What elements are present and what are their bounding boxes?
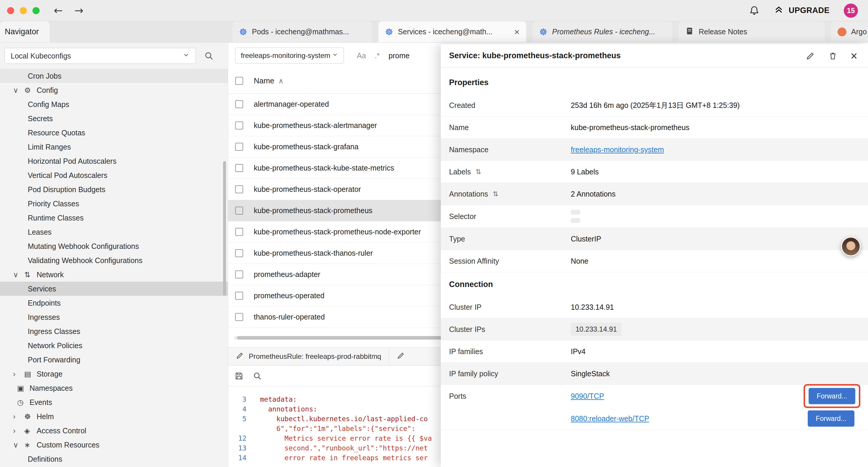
navigator-tab[interactable]: Navigator <box>0 21 50 42</box>
tree-item[interactable]: Endpoints <box>0 296 228 310</box>
row-checkbox[interactable] <box>235 313 243 321</box>
tree-item[interactable]: › ▤ Storage <box>0 367 228 381</box>
dock-tab-prometheusrule[interactable]: PrometheusRule: freeleaps-prod-rabbitmq <box>228 348 389 365</box>
tree-item[interactable]: ∨ ∗ Custom Resources <box>0 438 228 452</box>
upgrade-button[interactable]: UPGRADE <box>774 4 830 17</box>
port-line: 9090/TCP Forward... <box>571 385 868 407</box>
document-icon <box>685 27 694 37</box>
row-checkbox[interactable] <box>235 228 243 236</box>
notifications-bell-icon[interactable] <box>749 5 760 16</box>
back-button[interactable]: ← <box>54 4 63 17</box>
title-bar: ← → UPGRADE 15 <box>0 0 868 21</box>
tree-item[interactable]: Leases <box>0 225 228 239</box>
tree-item-label: Namespaces <box>30 384 73 392</box>
tab-pods[interactable]: ☸ Pods - icecheng@mathmas... <box>232 21 372 42</box>
delete-button[interactable] <box>828 51 838 61</box>
tree-item[interactable]: Port Forwarding <box>0 353 228 367</box>
namespace-selector[interactable]: freeleaps-monitoring-system <box>235 48 344 63</box>
tree-item[interactable]: Validating Webhook Configurations <box>0 253 228 267</box>
forward-button[interactable]: → <box>74 4 83 17</box>
close-window-button[interactable] <box>7 7 14 14</box>
tree-chevron-icon[interactable]: ∨ <box>13 86 24 95</box>
tab-argo[interactable]: Argo Se <box>831 21 868 42</box>
tree-item[interactable]: Services <box>0 282 228 296</box>
editor-search-icon[interactable] <box>253 372 262 380</box>
row-cluster-ips: Cluster IPs 10.233.14.91 <box>441 318 868 341</box>
expand-icon[interactable]: ⇅ <box>476 168 481 176</box>
row-checkbox[interactable] <box>235 143 243 151</box>
tree-item-label: Ingress Classes <box>28 327 80 336</box>
row-ip-family-policy: IP family policy SingleStack <box>441 363 868 385</box>
forward-button[interactable]: Forward... <box>808 411 855 427</box>
tree-item[interactable]: ∨ ⚙ Config <box>0 83 228 97</box>
tree-item-label: Horizontal Pod Autoscalers <box>28 157 116 166</box>
tree-item[interactable]: › ◈ Access Control <box>0 424 228 438</box>
tree-item-label: Secrets <box>28 114 53 123</box>
tree-item[interactable]: Vertical Pod Autoscalers <box>0 168 228 182</box>
tree-item[interactable]: Definitions <box>0 452 228 466</box>
row-checkbox[interactable] <box>235 164 243 172</box>
chevron-down-icon <box>332 52 338 60</box>
tree-item[interactable]: ∨ ⇅ Network <box>0 267 228 282</box>
tree-item[interactable]: Priority Classes <box>0 197 228 211</box>
service-details-panel: Service: kube-prometheus-stack-prometheu… <box>441 44 868 467</box>
name-column-header[interactable]: Name∧ <box>254 76 284 85</box>
row-checkbox[interactable] <box>235 100 243 108</box>
row-checkbox[interactable] <box>235 185 243 193</box>
edit-button[interactable] <box>806 51 815 61</box>
tree-chevron-icon[interactable]: › <box>13 370 24 378</box>
tree-item-label: Custom Resources <box>37 441 99 449</box>
tree-item[interactable]: Mutating Webhook Configurations <box>0 239 228 253</box>
search-input[interactable]: prome <box>389 52 409 60</box>
close-button[interactable]: × <box>850 50 857 62</box>
tree-item[interactable]: Ingresses <box>0 310 228 324</box>
tree-item-icon: ∗ <box>24 441 37 449</box>
regex-toggle[interactable]: .* <box>375 52 380 60</box>
tree-item[interactable]: Horizontal Pod Autoscalers <box>0 154 228 168</box>
tree-item[interactable]: Pod Disruption Budgets <box>0 182 228 197</box>
namespace-link[interactable]: freeleaps-monitoring-system <box>571 145 664 154</box>
save-icon[interactable] <box>235 372 243 380</box>
forward-button[interactable]: Forward... <box>809 388 855 404</box>
select-all-checkbox[interactable] <box>235 77 243 85</box>
port-link[interactable]: 8080:reloader-web/TCP <box>571 414 649 423</box>
notification-count-badge[interactable]: 15 <box>844 4 858 18</box>
tree-item[interactable]: Ingress Classes <box>0 324 228 339</box>
row-checkbox[interactable] <box>235 270 243 279</box>
tree-chevron-icon[interactable]: › <box>13 412 24 421</box>
kubeconfig-selector[interactable]: Local Kubeconfigs <box>4 48 196 64</box>
port-link[interactable]: 9090/TCP <box>571 392 604 401</box>
zoom-window-button[interactable] <box>32 7 39 14</box>
row-checkbox[interactable] <box>235 249 243 257</box>
upgrade-chevrons-icon <box>774 4 784 17</box>
avatar[interactable] <box>841 237 861 256</box>
service-name: kube-prometheus-stack-prometheus <box>254 206 373 215</box>
row-checkbox[interactable] <box>235 121 243 129</box>
tree-item-label: Endpoints <box>28 299 61 308</box>
tree-chevron-icon[interactable]: › <box>13 427 24 435</box>
match-case-toggle[interactable]: Aa <box>357 52 366 60</box>
tree-item[interactable]: Resource Quotas <box>0 126 228 140</box>
row-checkbox[interactable] <box>235 292 243 300</box>
tree-chevron-icon[interactable]: ∨ <box>13 441 24 449</box>
minimize-window-button[interactable] <box>20 7 27 14</box>
tree-item[interactable]: Secrets <box>0 111 228 126</box>
tab-close-icon[interactable]: × <box>514 27 520 37</box>
tree-item[interactable]: ◷ Events <box>0 395 228 409</box>
sidebar-scrollbar[interactable] <box>223 161 226 296</box>
tree-item[interactable]: Limit Ranges <box>0 140 228 154</box>
tab-services[interactable]: ☸ Services - icecheng@math... × <box>378 21 526 42</box>
tree-item[interactable]: Runtime Classes <box>0 211 228 225</box>
tree-item[interactable]: Network Policies <box>0 339 228 353</box>
expand-icon[interactable]: ⇅ <box>493 190 498 198</box>
tab-prometheus-rules[interactable]: ☸ Prometheus Rules - icecheng... <box>533 21 672 42</box>
tree-item[interactable]: Config Maps <box>0 97 228 111</box>
tree-item[interactable]: Cron Jobs <box>0 69 228 83</box>
tree-item[interactable]: › ☸ Helm <box>0 409 228 424</box>
search-icon[interactable] <box>204 51 214 61</box>
tab-release-notes[interactable]: Release Notes <box>679 21 825 42</box>
row-checkbox[interactable] <box>235 207 243 214</box>
tree-chevron-icon[interactable]: ∨ <box>13 270 24 279</box>
window-controls <box>7 7 39 14</box>
tree-item[interactable]: ▣ Namespaces <box>0 381 228 395</box>
